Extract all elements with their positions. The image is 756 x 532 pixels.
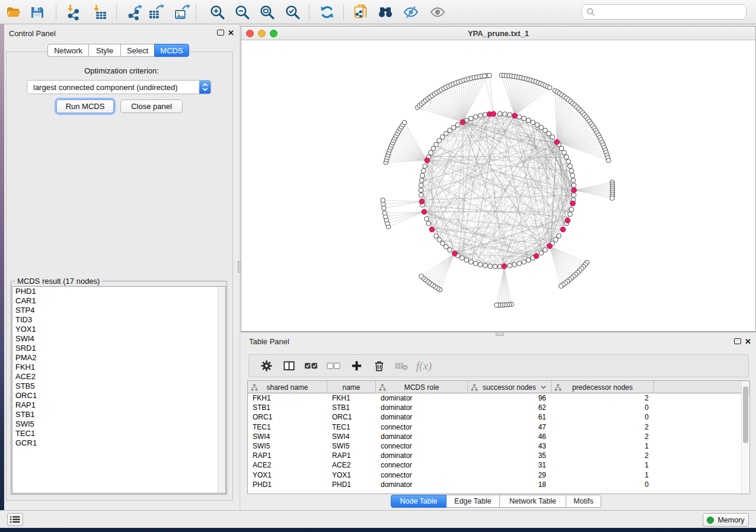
result-item[interactable]: STP4 xyxy=(12,306,225,315)
tab-network[interactable]: Network xyxy=(47,44,89,57)
zoom-in-button[interactable] xyxy=(207,2,227,22)
zoom-in-icon xyxy=(209,4,225,20)
refresh-layout-button[interactable] xyxy=(317,2,337,22)
result-item[interactable]: STB1 xyxy=(12,410,225,419)
table-row[interactable]: FKH1FKH1dominator962 xyxy=(248,393,749,403)
export-network-button[interactable] xyxy=(125,2,145,22)
table-settings-button[interactable] xyxy=(255,356,277,376)
close-panel-icon[interactable]: ✕ xyxy=(228,30,234,37)
result-item[interactable]: RAP1 xyxy=(12,400,225,410)
column-header-successor-nodes[interactable]: successor nodes xyxy=(468,381,551,393)
table-tab-node-table[interactable]: Node Table xyxy=(391,495,446,508)
tab-mcds[interactable]: MCDS xyxy=(154,44,189,57)
column-header-shared-name[interactable]: shared name xyxy=(248,381,327,393)
fx-icon: f(x) xyxy=(416,360,432,373)
mcds-result-list[interactable]: PHD1CAR1STP4TID3YOX1SWI4SRD1PMA2FKH1ACE2… xyxy=(12,286,226,493)
function-builder-button[interactable]: f(x) xyxy=(413,356,435,376)
result-scrollbar[interactable] xyxy=(218,287,225,493)
deselect-all-button[interactable] xyxy=(323,356,345,376)
select-all-button[interactable] xyxy=(300,356,323,376)
export-image-button[interactable] xyxy=(172,2,192,22)
delete-column-button[interactable] xyxy=(390,356,413,376)
unchecked-boxes-icon xyxy=(327,360,342,372)
clone-network-button[interactable] xyxy=(350,2,371,22)
show-all-button[interactable] xyxy=(428,2,448,22)
zoom-fit-button[interactable] xyxy=(257,2,277,22)
result-item[interactable]: ACE2 xyxy=(12,372,225,382)
task-history-button[interactable] xyxy=(7,513,23,526)
table-body: FKH1FKH1dominator962STB1STB1dominator620… xyxy=(248,393,749,489)
table-row[interactable]: ACE2ACE2connector311 xyxy=(248,460,749,470)
result-item[interactable]: CAR1 xyxy=(12,296,225,306)
table-scrollbar-thumb[interactable] xyxy=(743,386,748,443)
control-panel-title: Control Panel xyxy=(9,29,56,38)
result-item[interactable]: TID3 xyxy=(12,315,225,325)
table-tab-edge-table[interactable]: Edge Table xyxy=(446,495,500,508)
show-column-button[interactable] xyxy=(277,356,300,376)
table-row[interactable]: PHD1PHD1dominator180 xyxy=(248,480,749,489)
criterion-dropdown[interactable]: largest connected component (undirected) xyxy=(27,80,211,94)
zoom-out-button[interactable] xyxy=(232,2,252,22)
table-float-icon[interactable] xyxy=(734,338,741,344)
close-panel-button[interactable]: Close panel xyxy=(120,100,183,113)
result-item[interactable]: ORC1 xyxy=(12,391,225,400)
search-box[interactable] xyxy=(582,4,747,20)
table-tab-network-table[interactable]: Network Table xyxy=(499,495,566,508)
run-mcds-button[interactable]: Run MCDS xyxy=(56,100,114,113)
table-row[interactable]: SWI5SWI5connector431 xyxy=(248,441,749,451)
search-input[interactable] xyxy=(595,8,746,17)
column-header-predecessor-nodes[interactable]: predecessor nodes xyxy=(551,381,654,393)
column-header-name[interactable]: name xyxy=(327,381,376,393)
table-row[interactable]: STB1STB1dominator620 xyxy=(248,403,749,412)
table-tab-motifs[interactable]: Motifs xyxy=(566,495,601,508)
toolbar-separator xyxy=(196,4,196,20)
toolbar-separator xyxy=(309,4,310,20)
network-title: YPA_prune.txt_1 xyxy=(241,29,755,38)
result-item[interactable]: SWI5 xyxy=(12,419,225,429)
table-row[interactable]: SWI4SWI4dominator462 xyxy=(248,432,749,441)
result-item[interactable]: PHD1 xyxy=(12,287,225,296)
result-item[interactable]: GCR1 xyxy=(12,438,225,448)
import-network-button[interactable] xyxy=(63,2,83,22)
table-row[interactable]: RAP1RAP1dominator352 xyxy=(248,451,749,460)
zoom-selected-button[interactable] xyxy=(282,2,302,22)
tab-style[interactable]: Style xyxy=(88,44,121,57)
column-header-MCDS-role[interactable]: MCDS role xyxy=(376,381,468,393)
find-button[interactable] xyxy=(375,2,395,22)
table-toolbar: f(x) xyxy=(248,354,749,377)
result-item[interactable]: SRD1 xyxy=(12,344,225,353)
export-table-icon xyxy=(148,4,164,20)
import-table-button[interactable] xyxy=(89,2,109,22)
network-graph[interactable] xyxy=(241,40,755,331)
table-close-icon[interactable]: ✕ xyxy=(745,338,751,345)
hide-unselected-button[interactable] xyxy=(401,2,421,22)
float-panel-icon[interactable] xyxy=(217,30,224,36)
export-table-button[interactable] xyxy=(146,2,166,22)
dropdown-stepper-icon xyxy=(199,81,210,94)
export-image-icon xyxy=(174,4,190,20)
delete-row-button[interactable] xyxy=(368,356,390,376)
zoom-selected-icon xyxy=(285,4,301,20)
table-row[interactable]: TEC1TEC1connector472 xyxy=(248,422,749,432)
control-panel: Control Panel ✕ NetworkStyleSelectMCDS O… xyxy=(4,24,239,510)
table-row[interactable]: YOX1YOX1connector291 xyxy=(248,470,749,480)
save-session-button[interactable] xyxy=(27,2,47,22)
tab-select[interactable]: Select xyxy=(120,44,155,57)
table-splitter-handle[interactable] xyxy=(496,332,503,336)
network-canvas[interactable] xyxy=(241,40,755,331)
result-item[interactable]: SWI4 xyxy=(12,334,225,344)
result-item[interactable]: PMA2 xyxy=(12,353,225,363)
result-item[interactable]: TEC1 xyxy=(12,429,225,438)
right-column: YPA_prune.txt_1 Table Panel ✕ f(x) xyxy=(241,24,756,510)
open-session-button[interactable] xyxy=(4,2,24,22)
add-column-button[interactable] xyxy=(345,356,368,376)
columns-icon xyxy=(283,360,295,372)
table-row[interactable]: ORC1ORC1dominator610 xyxy=(248,412,749,422)
result-item[interactable]: FKH1 xyxy=(12,363,225,372)
result-item[interactable]: STB5 xyxy=(12,382,225,391)
table-scrollbar[interactable] xyxy=(741,382,749,493)
result-item[interactable]: YOX1 xyxy=(12,325,225,334)
zoom-out-icon xyxy=(234,4,250,20)
memory-button[interactable]: Memory xyxy=(703,513,749,527)
mcds-result-group: MCDS result (17 nodes) PHD1CAR1STP4TID3Y… xyxy=(11,281,227,495)
